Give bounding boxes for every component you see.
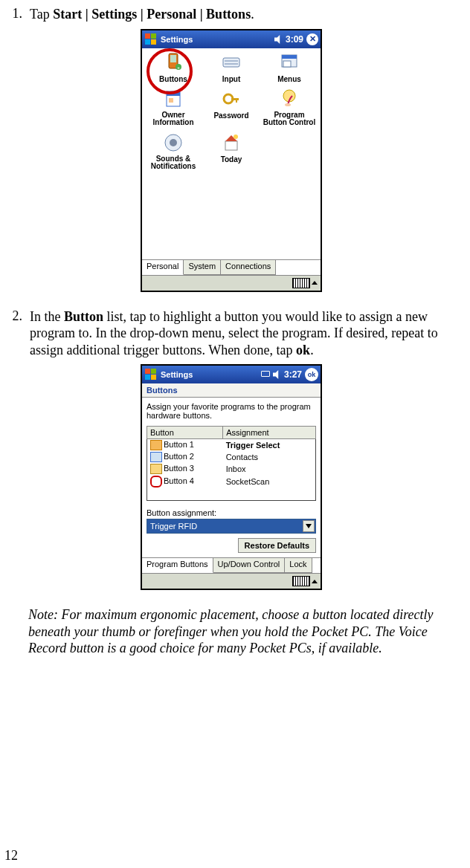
tab-bar-2: Program Buttons Up/Down Control Lock xyxy=(142,557,321,573)
tab-personal[interactable]: Personal xyxy=(142,260,184,275)
note-text: Note: For maximum ergonomic placement, c… xyxy=(28,606,460,657)
titlebar: Settings 3:09 ✕ xyxy=(142,30,321,48)
step-2-num: 2. xyxy=(0,308,30,359)
password-icon[interactable]: Password xyxy=(203,88,260,127)
sip-arrow-icon[interactable] xyxy=(312,580,318,583)
chevron-down-icon[interactable] xyxy=(303,520,315,532)
instruction-text: Assign your favorite programs to the pro… xyxy=(147,402,316,420)
svg-point-23 xyxy=(234,135,238,139)
sip-bar xyxy=(142,573,321,589)
screenshot-1: Settings 3:09 ✕ + Buttons Input xyxy=(0,29,463,292)
svg-rect-12 xyxy=(167,91,180,96)
row-icon xyxy=(150,476,162,488)
volume-icon[interactable] xyxy=(274,35,283,44)
clock: 3:09 xyxy=(286,34,303,45)
buttons-icon[interactable]: + Buttons xyxy=(145,51,202,83)
connectivity-icon[interactable] xyxy=(260,371,271,378)
button-table[interactable]: Button Assignment Button 1 Trigger Selec… xyxy=(147,426,316,501)
row-icon xyxy=(150,464,162,474)
row-icon xyxy=(150,440,162,450)
screen-subtitle: Buttons xyxy=(142,383,321,398)
step-1: 1. Tap Start | Settings | Personal | But… xyxy=(0,6,463,23)
svg-rect-10 xyxy=(283,61,291,67)
svg-rect-2 xyxy=(170,55,176,62)
step-1-text: Tap Start | Settings | Personal | Button… xyxy=(30,6,463,23)
svg-text:+: + xyxy=(177,65,180,70)
today-icon[interactable]: Today xyxy=(203,132,260,171)
owner-info-icon[interactable]: Owner Information xyxy=(145,88,202,127)
page-number: 12 xyxy=(4,848,18,864)
screenshot-2: Settings 3:27 ok Buttons Assign your fav… xyxy=(0,364,463,590)
keyboard-icon[interactable] xyxy=(292,576,310,586)
sounds-icon[interactable]: Sounds & Notifications xyxy=(145,132,202,171)
row-icon xyxy=(150,452,162,462)
start-icon[interactable] xyxy=(144,368,158,381)
col-assignment[interactable]: Assignment xyxy=(223,427,316,439)
sip-bar xyxy=(142,275,321,291)
menus-icon[interactable]: Menus xyxy=(261,51,318,83)
svg-rect-16 xyxy=(236,98,237,103)
svg-rect-13 xyxy=(169,98,173,103)
svg-point-18 xyxy=(285,103,291,106)
svg-rect-21 xyxy=(225,141,237,150)
keyboard-icon[interactable] xyxy=(292,278,310,288)
assignment-label: Button assignment: xyxy=(147,508,316,517)
table-row[interactable]: Button 1 Trigger Select xyxy=(147,439,316,452)
svg-marker-0 xyxy=(274,35,280,44)
step-1-num: 1. xyxy=(0,6,30,23)
volume-icon[interactable] xyxy=(273,370,282,379)
tab-lock[interactable]: Lock xyxy=(285,558,312,573)
col-button[interactable]: Button xyxy=(147,427,223,439)
tab-updown[interactable]: Up/Down Control xyxy=(213,558,286,573)
titlebar-2: Settings 3:27 ok xyxy=(142,366,321,383)
svg-rect-15 xyxy=(231,98,239,100)
table-row[interactable]: Button 3 Inbox xyxy=(147,463,316,475)
tab-system[interactable]: System xyxy=(184,260,221,275)
restore-defaults-button[interactable]: Restore Defaults xyxy=(238,538,316,553)
svg-rect-5 xyxy=(223,58,239,67)
tab-bar: Personal System Connections xyxy=(142,259,321,275)
clock: 3:27 xyxy=(284,369,302,380)
assignment-dropdown[interactable]: Trigger RFID xyxy=(147,519,316,534)
ok-button[interactable]: ok xyxy=(305,368,318,381)
sip-arrow-icon[interactable] xyxy=(312,281,318,285)
program-button-control-icon[interactable]: Program Button Control xyxy=(261,88,318,127)
svg-point-20 xyxy=(170,139,177,146)
step-2: 2. In the Button list, tap to highlight … xyxy=(0,308,463,359)
svg-marker-24 xyxy=(273,370,278,379)
close-button[interactable]: ✕ xyxy=(306,33,318,45)
step-2-text: In the Button list, tap to highlight a b… xyxy=(30,308,463,359)
tab-connections[interactable]: Connections xyxy=(221,260,276,275)
tab-program-buttons[interactable]: Program Buttons xyxy=(142,558,213,573)
window-title: Settings xyxy=(161,35,274,44)
table-row[interactable]: Button 4 SocketScan xyxy=(147,475,316,488)
svg-rect-9 xyxy=(282,55,297,59)
start-icon[interactable] xyxy=(144,33,158,46)
input-icon[interactable]: Input xyxy=(203,51,260,83)
window-title: Settings xyxy=(161,370,260,379)
table-row[interactable]: Button 2 Contacts xyxy=(147,451,316,463)
